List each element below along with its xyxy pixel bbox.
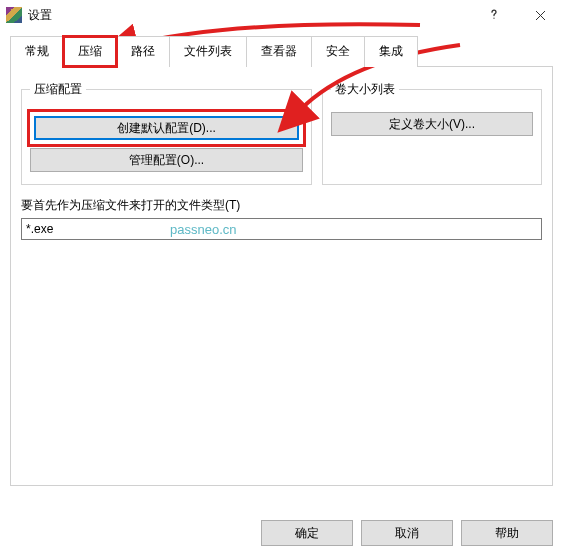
tab-panel: 压缩配置 创建默认配置(D)... 管理配置(O)... 卷大小列表 定义卷大小…	[10, 66, 553, 486]
tab-integration[interactable]: 集成	[364, 36, 418, 67]
define-volume-size-button[interactable]: 定义卷大小(V)...	[331, 112, 533, 136]
volume-size-legend: 卷大小列表	[331, 81, 399, 98]
help-footer-button[interactable]: 帮助	[461, 520, 553, 546]
manage-profile-button[interactable]: 管理配置(O)...	[30, 148, 303, 172]
file-type-label: 要首先作为压缩文件来打开的文件类型(T)	[21, 197, 542, 214]
compression-profile-legend: 压缩配置	[30, 81, 86, 98]
tab-paths[interactable]: 路径	[116, 36, 170, 67]
titlebar: 设置	[0, 0, 563, 30]
window-title: 设置	[28, 7, 471, 24]
content-area: 常规 压缩 路径 文件列表 查看器 安全 集成 压缩配置 创建默认配置(D)..…	[0, 30, 563, 486]
create-default-profile-button[interactable]: 创建默认配置(D)...	[34, 116, 299, 140]
close-button[interactable]	[517, 0, 563, 30]
tab-security[interactable]: 安全	[311, 36, 365, 67]
dialog-footer: 确定 取消 帮助	[261, 520, 553, 546]
tab-viewer[interactable]: 查看器	[246, 36, 312, 67]
cancel-button[interactable]: 取消	[361, 520, 453, 546]
file-type-input[interactable]	[21, 218, 542, 240]
compression-profile-group: 压缩配置 创建默认配置(D)... 管理配置(O)...	[21, 81, 312, 185]
app-icon	[6, 7, 22, 23]
help-button[interactable]	[471, 0, 517, 30]
tab-general[interactable]: 常规	[10, 36, 64, 67]
tabs: 常规 压缩 路径 文件列表 查看器 安全 集成	[10, 36, 553, 67]
tab-compression[interactable]: 压缩	[63, 36, 117, 67]
tab-filelist[interactable]: 文件列表	[169, 36, 247, 67]
ok-button[interactable]: 确定	[261, 520, 353, 546]
highlight-create-default: 创建默认配置(D)...	[30, 112, 303, 144]
volume-size-group: 卷大小列表 定义卷大小(V)...	[322, 81, 542, 185]
